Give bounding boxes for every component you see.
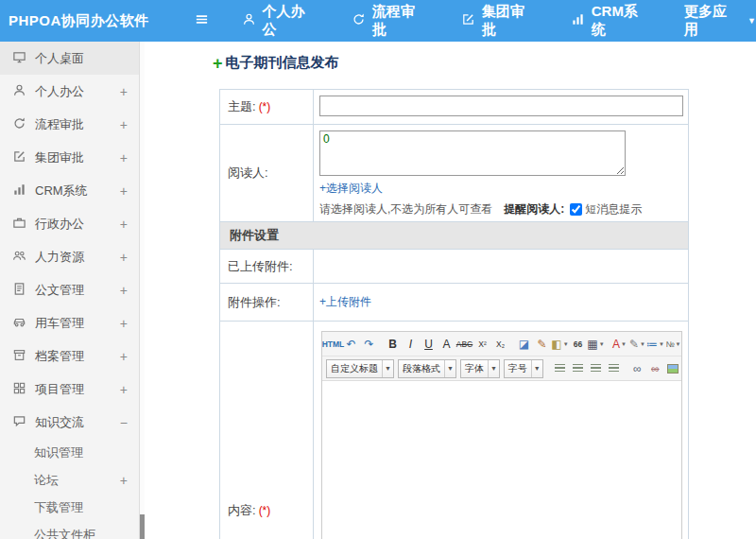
people-icon: [12, 249, 26, 266]
align-center-icon[interactable]: [570, 359, 586, 378]
sidebar-item-crm[interactable]: CRM系统+: [0, 174, 139, 207]
rich-text-editor: HTML↶↷BIUAABCX²X₂◪✎◧▼66▦▼A▼✎▼≔▼№▼ 自定义标题▼…: [321, 331, 682, 539]
italic-button[interactable]: I: [403, 335, 419, 354]
expand-toggle[interactable]: +: [116, 316, 128, 331]
sidebar-item-personal-desktop[interactable]: 个人桌面: [0, 42, 139, 75]
attachment-section-header: 附件设置: [220, 222, 688, 250]
editor-toolbar-row2: 自定义标题▼段落格式▼字体▼字号▼∞∞☺▶: [322, 356, 681, 381]
numbered-list-button[interactable]: №▼: [665, 335, 681, 354]
superscript-button[interactable]: X²: [474, 335, 490, 354]
caret-down-icon: ▼: [640, 341, 645, 347]
nav-item-group-approval[interactable]: 集团审批: [461, 3, 537, 39]
caret-down-icon: ▼: [382, 360, 391, 377]
sidebar-subitem-download-mgmt[interactable]: 下载管理: [0, 494, 139, 521]
sidebar-item-label: 行政办公: [35, 216, 108, 233]
expand-toggle[interactable]: −: [116, 415, 128, 430]
readers-hint-row: 请选择阅读人,不选为所有人可查看 提醒阅读人: 短消息提示: [319, 201, 682, 217]
eraser-button[interactable]: ◪: [516, 335, 532, 354]
upload-attachment-link[interactable]: +上传附件: [319, 294, 371, 310]
caret-down-icon: ▼: [676, 341, 681, 347]
chart-icon: [571, 12, 585, 29]
sidebar-item-document-mgmt[interactable]: 公文管理+: [0, 273, 139, 306]
attachment-ops-label: 附件操作:: [220, 284, 314, 321]
expand-toggle[interactable]: +: [116, 217, 128, 232]
table-button[interactable]: ▦▼: [588, 335, 604, 354]
sidebar-item-hr[interactable]: 人力资源+: [0, 240, 139, 273]
html-source-button[interactable]: HTML: [325, 335, 341, 354]
sidebar-subitem-label: 知识管理: [34, 444, 116, 461]
nav-item-crm[interactable]: CRM系统: [571, 3, 650, 39]
scrollbar-thumb[interactable]: [140, 514, 145, 539]
sidebar-item-knowledge-exchange[interactable]: 知识交流−: [0, 406, 139, 439]
redo-button[interactable]: ↷: [361, 335, 377, 354]
sidebar-item-personal-office[interactable]: 个人办公+: [0, 75, 139, 108]
font-size-select[interactable]: 字号▼: [504, 359, 543, 378]
image-icon[interactable]: [665, 359, 681, 378]
font-style-button[interactable]: A: [438, 335, 455, 354]
sidebar-item-label: 流程审批: [35, 116, 108, 133]
sidebar-item-workflow-approval[interactable]: 流程审批+: [0, 108, 139, 141]
sidebar-item-archive-mgmt[interactable]: 档案管理+: [0, 339, 139, 373]
nav-item-more-apps[interactable]: 更多应用▼: [684, 3, 756, 39]
unlink-button[interactable]: ∞: [647, 359, 663, 378]
expand-toggle[interactable]: +: [116, 150, 128, 165]
page-title: + 电子期刊信息发布: [213, 54, 339, 72]
sms-remind-checkbox[interactable]: [570, 203, 582, 216]
subject-label: 主题: (*): [220, 90, 314, 124]
strikethrough-button[interactable]: ABC: [456, 335, 472, 354]
readers-label-text: 阅读人:: [228, 165, 268, 182]
link-button[interactable]: ∞: [629, 359, 645, 378]
undo-button[interactable]: ↶: [343, 335, 359, 354]
expand-toggle[interactable]: +: [116, 84, 128, 99]
attachment-ops-label-text: 附件操作:: [228, 294, 281, 311]
sidebar-item-vehicle-mgmt[interactable]: 用车管理+: [0, 306, 139, 339]
readers-textarea[interactable]: 0: [319, 130, 626, 176]
expand-toggle[interactable]: +: [116, 250, 128, 265]
nav-item-workflow-approval[interactable]: 流程审批: [352, 3, 427, 39]
align-right-icon[interactable]: [588, 359, 604, 378]
uploaded-label-text: 已上传附件:: [228, 258, 293, 275]
bold-button[interactable]: B: [385, 335, 401, 354]
align-left-icon[interactable]: [552, 359, 568, 378]
expand-toggle[interactable]: +: [116, 473, 128, 488]
expand-toggle[interactable]: +: [116, 117, 128, 132]
paragraph-format-select[interactable]: 段落格式▼: [398, 359, 456, 378]
bullet-list-button[interactable]: ≔▼: [647, 335, 663, 354]
sidebar-subitem-forum[interactable]: 论坛+: [0, 466, 139, 494]
font-family-select[interactable]: 字体▼: [460, 359, 500, 378]
content-label-text: 内容:: [228, 502, 256, 519]
blockquote-button[interactable]: 66: [570, 335, 586, 354]
uploaded-attachments-value: [314, 250, 688, 283]
choose-readers-link[interactable]: +选择阅读人: [319, 181, 383, 197]
editor-content-area[interactable]: [322, 381, 681, 539]
sms-remind-label: 短消息提示: [585, 201, 642, 217]
subject-input[interactable]: [319, 96, 683, 116]
highlight-pen-button[interactable]: ✎▼: [629, 335, 645, 354]
page-title-text: 电子期刊信息发布: [226, 54, 339, 72]
nav-item-label: 集团审批: [482, 3, 537, 39]
custom-title-select[interactable]: 自定义标题▼: [326, 359, 394, 378]
underline-button[interactable]: U: [421, 335, 437, 354]
expand-toggle[interactable]: +: [116, 183, 128, 199]
nav-item-personal-office[interactable]: 个人办公: [242, 3, 318, 39]
sidebar-item-label: 个人办公: [35, 83, 108, 100]
expand-toggle[interactable]: +: [116, 382, 128, 397]
sidebar-item-group-approval[interactable]: 集团审批+: [0, 141, 139, 174]
sidebar-item-admin-office[interactable]: 行政办公+: [0, 207, 139, 240]
car-icon: [12, 315, 26, 332]
font-color-button[interactable]: A▼: [611, 335, 627, 354]
menu-toggle-button[interactable]: [195, 12, 219, 30]
sidebar-item-label: 人力资源: [35, 249, 108, 266]
sidebar-item-project-mgmt[interactable]: 项目管理+: [0, 373, 139, 406]
fill-color-button[interactable]: ◧▼: [552, 335, 568, 354]
format-brush-button[interactable]: ✎: [534, 335, 550, 354]
expand-toggle[interactable]: +: [116, 283, 128, 298]
add-icon: +: [213, 55, 223, 72]
sidebar-scrollbar[interactable]: [140, 42, 145, 539]
attachment-ops-row: 附件操作: +上传附件: [220, 284, 688, 322]
subscript-button[interactable]: X₂: [492, 335, 508, 354]
align-justify-icon[interactable]: [606, 359, 622, 378]
sidebar-subitem-knowledge-mgmt[interactable]: 知识管理: [0, 439, 139, 466]
expand-toggle[interactable]: +: [116, 349, 128, 364]
sidebar-subitem-public-file-cabinet[interactable]: 公共文件柜: [0, 521, 139, 539]
